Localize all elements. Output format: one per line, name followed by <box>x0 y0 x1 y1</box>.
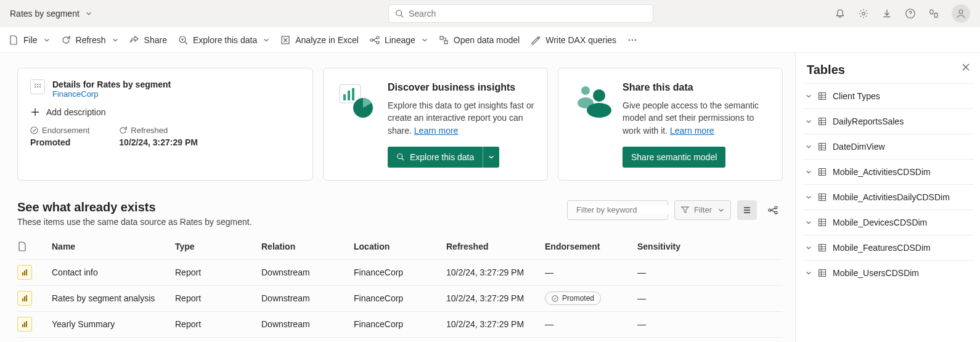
table-list-item[interactable]: DailyReportsSales <box>803 108 974 134</box>
workspace-link[interactable]: FinanceCorp <box>52 89 171 99</box>
page-title[interactable]: Rates by segment <box>10 9 80 18</box>
close-icon <box>962 63 970 71</box>
share-label: Share <box>144 35 167 45</box>
table-list-item[interactable]: Mobile_UsersCDSDim <box>803 260 974 285</box>
cell-refreshed: 10/2/24, 3:27:29 PM <box>446 319 545 329</box>
details-card: Details for Rates by segment FinanceCorp… <box>17 68 313 181</box>
table-list-item[interactable]: Mobile_DevicesCDSDim <box>803 210 974 235</box>
report-icon <box>17 265 32 280</box>
details-title: Details for Rates by segment <box>52 79 171 89</box>
chevron-down-icon <box>806 118 812 124</box>
analyze-excel-label: Analyze in Excel <box>295 35 359 45</box>
file-menu[interactable]: File <box>9 35 50 45</box>
cell-relation: Downstream <box>261 319 354 329</box>
refresh-button[interactable]: Refresh <box>61 35 118 45</box>
chevron-down-icon <box>806 194 812 200</box>
add-description-button[interactable]: Add description <box>30 107 300 117</box>
share-button[interactable]: Share <box>129 35 167 45</box>
list-icon <box>742 205 752 215</box>
lineage-icon <box>768 205 778 215</box>
svg-point-27 <box>581 86 590 95</box>
svg-rect-50 <box>819 219 826 226</box>
svg-rect-52 <box>819 270 826 277</box>
table-icon <box>818 243 827 252</box>
share-title: Share this data <box>623 82 770 93</box>
svg-point-12 <box>632 39 633 40</box>
col-sensitivity[interactable]: Sensitivity <box>637 242 730 251</box>
table-list-item[interactable]: DateDimView <box>803 134 974 159</box>
toolbar: File Refresh Share Explore this data Ana… <box>0 27 980 53</box>
share-model-button[interactable]: Share semantic model <box>623 147 725 168</box>
table-icon <box>818 117 827 126</box>
svg-rect-38 <box>22 298 23 301</box>
open-model-button[interactable]: Open data model <box>439 35 520 45</box>
explore-label: Explore this data <box>193 35 257 45</box>
refreshed-label: Refreshed <box>131 126 168 135</box>
explore-icon <box>178 35 188 45</box>
explore-data-dropdown[interactable] <box>483 147 499 168</box>
col-name[interactable]: Name <box>52 242 175 251</box>
share-graphic <box>572 82 610 120</box>
write-dax-button[interactable]: Write DAX queries <box>531 35 616 45</box>
table-list-item[interactable]: Mobile_FeaturesCDSDim <box>803 235 974 260</box>
help-icon[interactable] <box>905 8 916 19</box>
dax-icon <box>531 35 541 45</box>
table-row[interactable]: Yearly Summary Report Downstream Finance… <box>17 312 783 338</box>
share-desc: Give people access to the semantic model… <box>623 99 770 137</box>
col-relation[interactable]: Relation <box>261 242 354 251</box>
cell-endorsement: Promoted <box>545 291 637 305</box>
more-button[interactable] <box>627 35 637 45</box>
share-learn-more[interactable]: Learn more <box>670 126 714 136</box>
svg-rect-40 <box>26 295 27 301</box>
filter-button[interactable]: Filter <box>674 200 731 220</box>
svg-point-29 <box>593 89 605 102</box>
svg-point-30 <box>587 103 611 118</box>
share-icon <box>129 35 139 45</box>
col-type[interactable]: Type <box>175 242 261 251</box>
user-avatar[interactable] <box>952 4 970 23</box>
chevron-down-icon <box>422 37 428 43</box>
chevron-down-icon <box>806 270 812 276</box>
col-endorsement[interactable]: Endorsement <box>545 242 637 251</box>
chevron-down-icon <box>806 245 812 251</box>
svg-rect-37 <box>26 269 27 275</box>
table-list-item[interactable]: Mobile_ActivitiesCDSDim <box>803 159 974 184</box>
col-refreshed[interactable]: Refreshed <box>446 242 545 251</box>
add-description-label: Add description <box>46 107 106 117</box>
search-field[interactable] <box>409 9 647 18</box>
chevron-down-icon <box>718 207 724 213</box>
svg-point-8 <box>377 41 379 44</box>
table-list-item[interactable]: Client Types <box>803 83 974 108</box>
analyze-excel-button[interactable]: Analyze in Excel <box>280 35 359 45</box>
download-icon[interactable] <box>881 8 892 19</box>
file-icon <box>9 35 18 45</box>
table-name: DateDimView <box>833 142 885 152</box>
filter-keyword-input[interactable] <box>567 200 668 220</box>
lineage-button[interactable]: Lineage <box>370 35 428 45</box>
list-view-button[interactable] <box>737 200 757 220</box>
chevron-down-icon[interactable] <box>86 10 92 17</box>
svg-point-20 <box>31 127 38 134</box>
notifications-icon[interactable] <box>835 8 846 19</box>
table-header: Name Type Relation Location Refreshed En… <box>17 234 783 260</box>
svg-rect-39 <box>24 296 25 301</box>
explore-data-button[interactable]: Explore this data <box>388 147 483 168</box>
search-input[interactable] <box>388 4 653 23</box>
svg-point-34 <box>775 211 777 214</box>
table-icon <box>818 142 827 151</box>
chevron-down-icon <box>263 37 269 43</box>
lineage-view-button[interactable] <box>763 200 783 220</box>
lineage-icon <box>370 35 380 45</box>
table-list-item[interactable]: Mobile_ActivitiesDailyCDSDim <box>803 184 974 210</box>
table-row[interactable]: Rates by segment analysis Report Downstr… <box>17 286 783 312</box>
col-location[interactable]: Location <box>354 242 446 251</box>
chevron-down-icon <box>806 144 812 150</box>
close-panel-button[interactable] <box>962 63 970 71</box>
cell-location: FinanceCorp <box>354 319 446 329</box>
svg-point-15 <box>37 84 38 85</box>
explore-button[interactable]: Explore this data <box>178 35 269 45</box>
table-row[interactable]: Contact info Report Downstream FinanceCo… <box>17 260 783 286</box>
insights-learn-more[interactable]: Learn more <box>414 126 459 136</box>
settings-icon[interactable] <box>858 8 869 19</box>
copilot-icon[interactable] <box>928 8 939 19</box>
